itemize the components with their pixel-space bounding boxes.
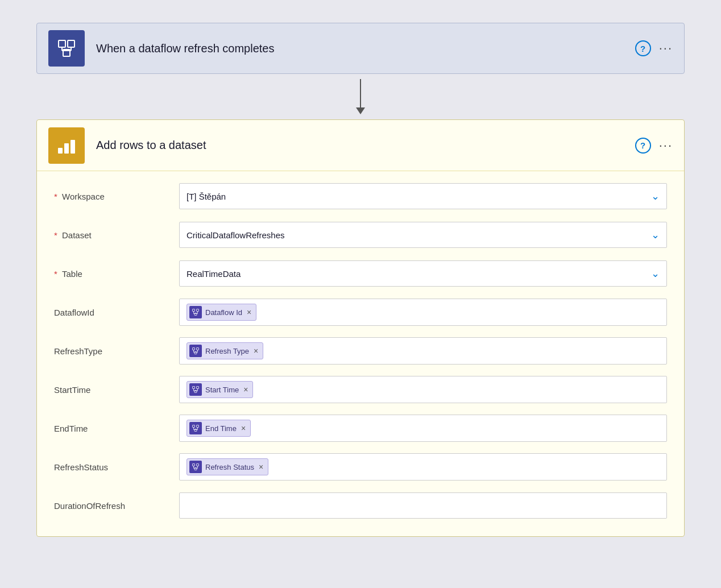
- svg-rect-38: [193, 464, 195, 466]
- field-table[interactable]: RealTimeData⌄: [179, 260, 667, 287]
- svg-rect-24: [193, 387, 195, 389]
- trigger-title: When a dataflow refresh completes: [96, 42, 635, 55]
- action-more-button[interactable]: ···: [659, 139, 673, 152]
- chevron-icon-workspace: ⌄: [651, 190, 660, 202]
- form-row-endtime: EndTime End Time×: [54, 409, 667, 448]
- field-refreshtype[interactable]: Refresh Type×: [179, 337, 667, 365]
- action-help-button[interactable]: ?: [635, 138, 651, 154]
- svg-rect-11: [197, 309, 199, 312]
- label-durationofrefresh: DurationOfRefresh: [54, 501, 179, 511]
- flow-container: When a dataflow refresh completes ? ··· …: [36, 23, 685, 537]
- token-remove-starttime[interactable]: ×: [243, 385, 248, 394]
- token-text-dataflowid: Dataflow Id: [205, 308, 242, 317]
- field-refreshstatus[interactable]: Refresh Status×: [179, 453, 667, 481]
- label-dataflowid: DataflowId: [54, 308, 179, 317]
- field-value-table: RealTimeData: [187, 269, 241, 279]
- form-body: * Workspace[T] Štěpán⌄* DatasetCriticalD…: [37, 171, 684, 536]
- chevron-icon-dataset: ⌄: [651, 229, 660, 241]
- trigger-card: When a dataflow refresh completes ? ···: [36, 23, 685, 74]
- form-row-refreshstatus: RefreshStatus Refresh Status×: [54, 448, 667, 486]
- svg-rect-31: [193, 425, 195, 428]
- token-chip-starttime: Start Time×: [187, 381, 253, 398]
- svg-rect-17: [193, 348, 195, 350]
- token-remove-dataflowid[interactable]: ×: [247, 308, 251, 317]
- label-workspace: * Workspace: [54, 192, 179, 201]
- token-text-starttime: Start Time: [205, 386, 239, 394]
- svg-rect-1: [68, 40, 74, 47]
- svg-rect-8: [64, 143, 69, 154]
- token-text-refreshtype: Refresh Type: [205, 347, 249, 355]
- trigger-icon-box: [48, 30, 85, 67]
- action-title: Add rows to a dataset: [96, 139, 635, 152]
- svg-rect-25: [197, 387, 199, 389]
- token-chip-endtime: End Time×: [187, 420, 251, 437]
- form-row-refreshtype: RefreshType Refresh Type×: [54, 332, 667, 370]
- field-workspace[interactable]: [T] Štěpán⌄: [179, 183, 667, 209]
- token-remove-refreshstatus[interactable]: ×: [259, 462, 263, 471]
- token-icon-refreshtype: [189, 345, 202, 357]
- svg-rect-9: [71, 140, 75, 154]
- flow-arrow: [356, 74, 365, 119]
- token-icon-endtime: [189, 422, 202, 434]
- label-starttime: StartTime: [54, 385, 179, 395]
- arrow-line: [360, 79, 361, 107]
- token-icon-starttime: [189, 383, 202, 396]
- token-remove-refreshtype[interactable]: ×: [254, 346, 258, 355]
- svg-rect-10: [193, 309, 195, 312]
- token-chip-refreshtype: Refresh Type×: [187, 342, 263, 359]
- svg-rect-7: [58, 148, 63, 154]
- token-chip-dataflowid: Dataflow Id×: [187, 304, 256, 321]
- field-value-dataset: CriticalDataflowRefreshes: [187, 230, 285, 240]
- form-row-dataset: * DatasetCriticalDataflowRefreshes⌄: [54, 216, 667, 254]
- token-icon-dataflowid: [189, 306, 202, 318]
- trigger-help-button[interactable]: ?: [635, 40, 651, 56]
- label-endtime: EndTime: [54, 424, 179, 433]
- trigger-icon: [56, 38, 77, 59]
- label-dataset: * Dataset: [54, 230, 179, 240]
- action-card: Add rows to a dataset ? ··· * Workspace[…: [36, 119, 685, 537]
- field-value-workspace: [T] Štěpán: [187, 192, 226, 201]
- token-icon-refreshstatus: [189, 461, 202, 473]
- action-card-header: Add rows to a dataset ? ···: [37, 120, 684, 171]
- form-row-durationofrefresh: DurationOfRefresh: [54, 486, 667, 525]
- token-text-endtime: End Time: [205, 424, 237, 433]
- field-endtime[interactable]: End Time×: [179, 415, 667, 442]
- token-chip-refreshstatus: Refresh Status×: [187, 458, 268, 475]
- form-row-dataflowid: DataflowId Dataflow Id×: [54, 293, 667, 332]
- arrow-head: [356, 107, 365, 114]
- label-refreshstatus: RefreshStatus: [54, 462, 179, 472]
- label-table: * Table: [54, 269, 179, 279]
- action-icon: [56, 135, 77, 156]
- trigger-more-button[interactable]: ···: [659, 42, 673, 55]
- chevron-icon-table: ⌄: [651, 267, 660, 280]
- label-refreshtype: RefreshType: [54, 346, 179, 356]
- field-durationofrefresh[interactable]: [179, 492, 667, 519]
- action-icon-box: [48, 127, 85, 164]
- token-text-refreshstatus: Refresh Status: [205, 463, 254, 471]
- form-row-workspace: * Workspace[T] Štěpán⌄: [54, 177, 667, 216]
- field-starttime[interactable]: Start Time×: [179, 376, 667, 403]
- field-dataflowid[interactable]: Dataflow Id×: [179, 299, 667, 326]
- action-actions: ? ···: [635, 138, 673, 154]
- svg-rect-18: [197, 348, 199, 350]
- token-remove-endtime[interactable]: ×: [241, 424, 246, 433]
- svg-rect-39: [197, 464, 199, 466]
- svg-rect-32: [197, 425, 199, 428]
- svg-rect-0: [59, 40, 65, 47]
- form-row-table: * TableRealTimeData⌄: [54, 254, 667, 293]
- form-row-starttime: StartTime Start Time×: [54, 370, 667, 409]
- field-dataset[interactable]: CriticalDataflowRefreshes⌄: [179, 222, 667, 248]
- trigger-actions: ? ···: [635, 40, 673, 56]
